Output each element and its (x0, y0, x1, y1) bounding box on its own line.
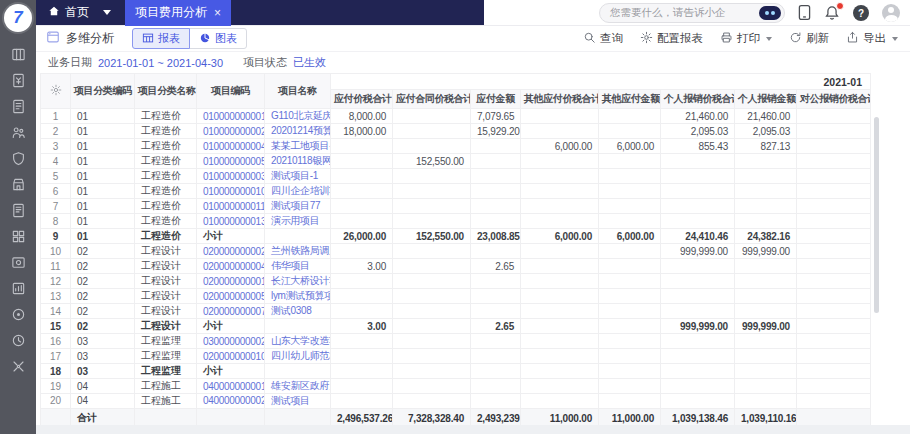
col-header-value-7[interactable]: 对公报销价税合计 (797, 90, 871, 109)
col-header-fixed-1[interactable]: 项目分类名称 (135, 74, 197, 109)
project-name-link[interactable]: lym测试预算项目 (265, 289, 331, 304)
project-code-link[interactable]: 010000000002 (197, 124, 265, 139)
project-name-link[interactable]: 测试项目 (265, 394, 331, 409)
project-name-link[interactable]: 伟华项目 (265, 259, 331, 274)
status-filter-value[interactable]: 已生效 (293, 55, 326, 70)
view-chart-button[interactable]: 图表 (189, 28, 247, 49)
col-header-fixed-3[interactable]: 项目名称 (265, 74, 331, 109)
project-name-link[interactable]: 雄安新区政府办公大 (265, 379, 331, 394)
table-row: 501工程造价010000000003测试项目-1 (41, 169, 871, 184)
project-code-link[interactable]: 010000000011 (197, 199, 265, 214)
value-cell-4 (599, 124, 661, 139)
project-code-link[interactable]: 010000000001 (197, 109, 265, 124)
search-icon (583, 31, 596, 46)
document-icon[interactable] (10, 202, 26, 218)
history-icon[interactable] (10, 332, 26, 348)
kanban-icon[interactable] (10, 46, 26, 62)
tools-icon[interactable] (10, 358, 26, 374)
value-cell-7 (797, 109, 871, 124)
view-report-button[interactable]: 报表 (132, 28, 190, 49)
bill-icon[interactable] (10, 98, 26, 114)
project-name-link[interactable]: 演示用项目 (265, 214, 331, 229)
project-name-link[interactable]: G110北京延庆路段工 (265, 109, 331, 124)
money-icon[interactable] (10, 254, 26, 270)
project-code-link[interactable]: 020000000007 (197, 304, 265, 319)
project-code-link[interactable]: 010000000003 (197, 169, 265, 184)
project-code-link[interactable]: 020000000004 (197, 259, 265, 274)
project-code-link[interactable]: 010000000013 (197, 214, 265, 229)
refresh-label: 刷新 (806, 31, 829, 46)
query-button[interactable]: 查询 (583, 31, 623, 46)
value-cell-1 (393, 184, 471, 199)
store-icon[interactable] (10, 176, 26, 192)
value-cell-6 (735, 169, 797, 184)
project-name-link[interactable]: 四川企企培训项目 (265, 184, 331, 199)
export-button[interactable]: 导出 (846, 31, 898, 46)
close-tab-icon[interactable]: × (214, 6, 221, 20)
project-code-link[interactable]: 010000000005 (197, 154, 265, 169)
project-name-link[interactable]: 长江大桥设计项目 (265, 274, 331, 289)
col-header-value-1[interactable]: 应付合同价税合计 (393, 90, 471, 109)
project-name-link[interactable]: 兰州铁路局调度中心 (265, 244, 331, 259)
configure-report-button[interactable]: 配置报表 (640, 31, 703, 46)
project-code-link[interactable]: 020000000010 (197, 349, 265, 364)
project-name-link[interactable]: 测试0308 (265, 304, 331, 319)
col-header-value-5[interactable]: 个人报销价税合计 (661, 90, 735, 109)
project-code-link[interactable]: 020000000002 (197, 244, 265, 259)
col-header-value-2[interactable]: 应付金额 (471, 90, 521, 109)
col-header-fixed-0[interactable]: 项目分类编码 (71, 74, 135, 109)
project-name-link[interactable] (265, 319, 331, 334)
col-header-value-0[interactable]: 应付价税合计 (331, 90, 393, 109)
class-name-cell: 工程设计 (135, 319, 197, 334)
project-code-link[interactable]: 010000000004 (197, 139, 265, 154)
project-code-link[interactable]: 040000000001 (197, 379, 265, 394)
project-code-link[interactable]: 010000000010 (197, 184, 265, 199)
tab-project-expense-analysis[interactable]: 项目费用分析 × (125, 0, 231, 26)
notifications-bell-icon[interactable] (824, 5, 840, 21)
tabs-dropdown-caret[interactable] (103, 10, 111, 15)
target-icon[interactable] (10, 306, 26, 322)
partners-icon[interactable] (10, 124, 26, 140)
project-name-link[interactable]: 山东大学改造项目建 (265, 334, 331, 349)
home-tab[interactable]: 首页 (36, 0, 99, 25)
col-header-value-3[interactable]: 其他应付价税合计 (521, 90, 599, 109)
report-icon[interactable] (10, 280, 26, 296)
mobile-icon[interactable] (798, 4, 811, 23)
column-settings-button[interactable] (41, 74, 71, 109)
home-tab-label: 首页 (65, 4, 89, 21)
col-header-fixed-2[interactable]: 项目编码 (197, 74, 265, 109)
row-number: 5 (41, 169, 71, 184)
col-header-value-6[interactable]: 个人报销金额 (735, 90, 797, 109)
project-name-link[interactable] (265, 229, 331, 244)
help-icon[interactable]: ? (853, 5, 869, 21)
invoice-icon[interactable] (10, 72, 26, 88)
value-cell-5 (661, 214, 735, 229)
project-code-link[interactable]: 030000000002 (197, 334, 265, 349)
value-cell-1 (393, 109, 471, 124)
print-button[interactable]: 打印 (720, 31, 772, 46)
view-chart-label: 图表 (215, 31, 237, 46)
user-avatar[interactable] (882, 4, 900, 22)
apps-icon[interactable] (10, 228, 26, 244)
assistant-search-input[interactable]: 您需要什么，请告诉小企 (599, 3, 785, 23)
col-header-value-4[interactable]: 其他应付金额 (599, 90, 661, 109)
project-name-link[interactable]: 20201214预算项目 (265, 124, 331, 139)
value-cell-7 (797, 379, 871, 394)
app-logo[interactable]: 7 (4, 4, 32, 32)
project-name-link[interactable]: 测试项目77 (265, 199, 331, 214)
project-code-link[interactable]: 020000000001 (197, 274, 265, 289)
project-name-link[interactable]: 测试项目-1 (265, 169, 331, 184)
project-code-link[interactable]: 040000000002 (197, 394, 265, 409)
value-cell-5: 999,999.00 (661, 319, 735, 334)
project-name-link[interactable]: 20210118银网中心项 (265, 154, 331, 169)
refresh-button[interactable]: 刷新 (789, 31, 829, 46)
vertical-scrollbar[interactable] (874, 117, 879, 313)
dropdown-caret-icon (892, 37, 898, 41)
project-name-link[interactable]: 某某工地项目-车辆组 (265, 139, 331, 154)
shield-icon[interactable] (10, 150, 26, 166)
value-cell-7 (797, 184, 871, 199)
project-name-link[interactable]: 四川幼儿师范校区改 (265, 349, 331, 364)
project-name-link[interactable] (265, 364, 331, 379)
project-code-link[interactable]: 020000000005 (197, 289, 265, 304)
date-filter-value[interactable]: 2021-01-01 ~ 2021-04-30 (98, 57, 223, 69)
